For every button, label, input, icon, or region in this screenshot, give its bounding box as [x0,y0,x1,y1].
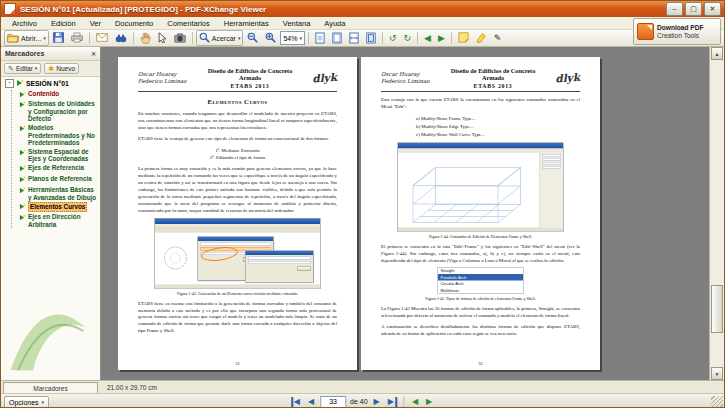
minimize-button[interactable]: – [666,2,683,16]
fit-visible-button[interactable] [363,30,379,46]
pdf-xchange-viewer-window: SESIÓN N°01 [Actualizada] [PROTEGIDO] - … [0,0,725,408]
bookmark-item-sistemas-unidades[interactable]: Sistemas de Unidades y Configuración por… [19,100,99,122]
sticky-note-button[interactable] [455,30,472,46]
paragraph: La primera forma es muy conocida y es la… [138,165,337,214]
bookmark-item-sesion[interactable]: - SESIÓN N°01 [5,79,99,88]
main-toolbar: Abrir... ▾ Acercar ▾ 54% ▾ ↺ ↻ [1,30,724,47]
cursor-arrow-icon [158,32,167,44]
zoom-in-button[interactable] [262,30,279,46]
scroll-up-icon[interactable]: ▲ [711,47,723,60]
zoom-out-button[interactable] [244,30,261,46]
bookmarks-toolbar: ✎ Editar ▾ ✱ Nuevo [1,61,100,77]
figure-side-panel [540,152,564,227]
save-button[interactable] [50,30,67,46]
page-size-label: 21.00 x 29.70 cm [107,384,157,391]
lettered-list: a) Modify/Show Frame Type... b) Modify/S… [416,114,580,138]
last-page-button[interactable]: ▶ [386,397,397,407]
bookmarks-edit-button[interactable]: ✎ Editar ▾ [4,63,41,74]
next-view-button[interactable]: ▶ [424,397,434,407]
previous-view-button[interactable]: ◀ [421,30,434,46]
header-title: Diseño de Edificios de Concreto Armado E… [441,67,545,89]
options-button[interactable]: Opciones ▾ [4,396,49,408]
pdf-page-31[interactable]: Oscar Huaray Federico Liminao Diseño de … [118,57,357,370]
bookmark-item-ejes-referencia[interactable]: Ejes de Referencia [19,164,99,173]
menu-ventana[interactable]: Ventana [276,19,318,28]
email-button[interactable] [93,30,111,46]
zoom-tool-button[interactable]: Acercar ▾ [196,30,244,46]
page-number-input[interactable] [320,396,346,408]
figure-caption: Figura 1-43. Generación de un Elemento c… [138,291,337,296]
highlighter-button[interactable] [473,30,490,46]
header-logo: dlyk [302,71,338,86]
pdf-page-32[interactable]: Oscar Huaray Federico Liminao Diseño de … [361,57,600,370]
next-page-button[interactable]: ▶ [372,397,382,407]
printer-icon [71,32,83,44]
close-button[interactable]: ✕ [704,2,721,16]
document-view[interactable]: Oscar Huaray Federico Liminao Diseño de … [101,47,711,380]
figure-1-45-shape-list: Straight Parabolic Arch Circular Arch Mu… [438,267,524,294]
page-actual-size-icon [315,32,325,45]
page-navigation: ◀ ◀ de 40 ▶ ▶ ◀ ▶ [291,395,434,408]
scroll-down-icon[interactable]: ▼ [711,367,723,380]
toolbar-separator [308,32,309,44]
menu-herramientas[interactable]: Herramientas [217,19,276,28]
magnifier-icon [199,32,210,44]
print-button[interactable] [68,30,86,46]
menu-ver[interactable]: Ver [83,19,108,28]
collapse-icon[interactable]: - [5,79,14,88]
first-page-button[interactable]: ◀ [291,397,302,407]
page-number: 31 [118,361,357,366]
bookmark-item-contenido[interactable]: Contenido [19,90,99,99]
chevron-down-icon: ▾ [35,66,38,71]
paragraph: Esta ventaja con la que cuenta ETABS la … [381,96,580,110]
resize-grip[interactable] [711,396,723,408]
menu-comentarios[interactable]: Comentarios [160,19,217,28]
maximize-button[interactable]: ▢ [685,2,702,16]
toolbar-separator [451,32,452,44]
bookmarks-new-button[interactable]: ✱ Nuevo [44,63,79,74]
fit-width-button[interactable] [346,30,362,46]
bookmark-item-elementos-curvos[interactable]: Elementos Curvos [19,202,99,211]
open-button[interactable]: Abrir... ▾ [4,30,49,46]
panel-close-icon[interactable]: ✕ [91,50,96,57]
paragraph: ETABS tiene en cuenta esta limitación a … [138,299,337,334]
page-header: Oscar Huaray Federico Liminao Diseño de … [138,67,337,92]
toolbar-separator [192,32,193,44]
rotate-ccw-button[interactable]: ↺ [386,30,400,46]
bookmark-item-sistema-espacial[interactable]: Sistema Espacial de Ejes y Coordenadas [19,148,99,163]
rotate-cw-button[interactable]: ↻ [400,30,414,46]
menu-ayuda[interactable]: Ayuda [317,19,352,28]
menu-documento[interactable]: Documento [108,19,160,28]
magnifier-minus-icon [247,32,258,44]
hand-icon [140,32,151,45]
paragraph: El primero se encuentra en la ruta "Edit… [381,242,580,263]
bookmark-icon [19,176,26,184]
vertical-scrollbar[interactable]: ▲ ▼ [709,47,724,380]
next-view-button[interactable]: ▶ [435,30,448,46]
bookmark-item-ejes-arbitraria[interactable]: Ejes en Dirección Arbitraria [19,213,99,228]
scrollbar-thumb[interactable] [711,285,723,333]
bookmark-item-modelos[interactable]: Modelos Predeterminados y No Predetermin… [19,124,99,146]
menu-archivo[interactable]: Archivo [5,19,44,28]
download-pdf-tools-button[interactable]: Download PDF Creation Tools [633,18,721,45]
previous-view-button[interactable]: ◀ [410,397,420,407]
bookmark-icon [19,91,26,99]
sticky-note-icon [458,32,469,44]
zoom-level-combo[interactable]: 54% ▾ [280,31,305,45]
page-count-label: de 40 [350,398,368,405]
paragraph: ETABS tiene la ventaja de generar este t… [138,135,337,142]
previous-page-button[interactable]: ◀ [306,397,316,407]
chevron-down-icon: ▾ [43,36,46,41]
actual-size-button[interactable] [312,30,328,46]
select-tool-button[interactable] [155,30,170,46]
bookmark-item-planos-referencia[interactable]: Planos de Referencia [19,175,99,184]
chevron-down-icon: ▾ [42,400,45,405]
menu-edicion[interactable]: Edición [44,19,83,28]
pencil-tool-button[interactable]: ✎ [491,30,505,46]
search-button[interactable] [112,30,130,46]
bookmarks-panel: Marcadores ✕ ✎ Editar ▾ ✱ Nuevo - SESIÓN… [1,47,101,380]
hand-tool-button[interactable] [137,30,154,46]
bookmark-item-herramientas-dibujo[interactable]: Herramientas Básicas y Avanzadas de Dibu… [19,186,99,201]
snapshot-button[interactable] [171,30,189,46]
fit-page-button[interactable] [329,30,345,46]
